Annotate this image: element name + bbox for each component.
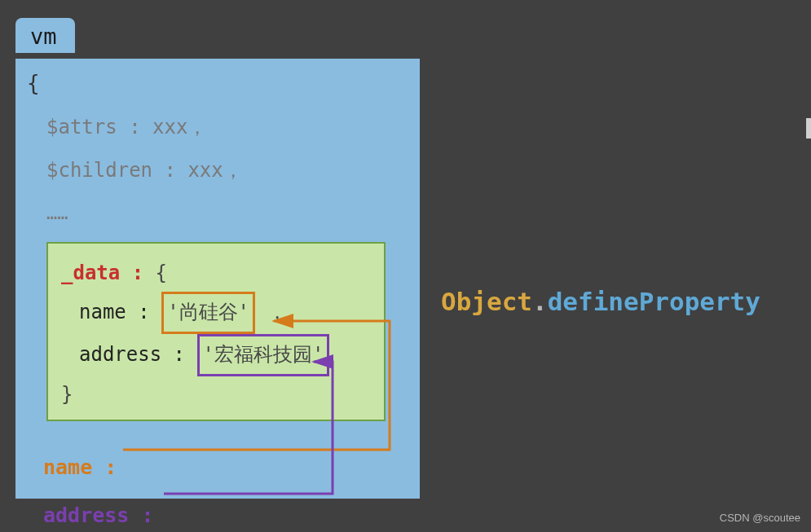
method-object: Object <box>441 287 532 316</box>
ellipsis: …… <box>46 200 412 227</box>
data-box: _data : { name : '尚硅谷' ， address : '宏福科技… <box>46 242 386 421</box>
name-value-box: '尚硅谷' <box>161 292 255 334</box>
attrs-line: $attrs : xxx， <box>46 112 412 143</box>
data-open: { <box>156 262 167 284</box>
name-comma: ， <box>267 301 287 323</box>
watermark: CSDN @scoutee <box>720 512 800 524</box>
data-key-line: _data : { <box>61 255 371 292</box>
addr-value-box: '宏福科技园' <box>197 334 330 376</box>
data-name-line: name : '尚硅谷' ， <box>79 292 371 334</box>
data-close: } <box>61 376 371 414</box>
tiny-left-mark <box>0 314 6 339</box>
data-key: _data : <box>61 262 143 284</box>
method-dot: . <box>532 287 548 316</box>
vm-panel: { $attrs : xxx， $children : xxx， …… _dat… <box>15 59 420 499</box>
tab-vm: vm <box>15 18 75 53</box>
addr-key: address : <box>79 343 185 366</box>
method-define: defineProperty <box>548 287 760 316</box>
children-line: $children : xxx， <box>46 156 412 186</box>
data-addr-line: address : '宏福科技园' <box>79 334 371 376</box>
name-key: name : <box>79 301 150 323</box>
method-text: Object.defineProperty <box>441 287 760 316</box>
edge-stub <box>806 118 811 138</box>
open-brace: { <box>27 67 412 99</box>
proxy-name: name : <box>43 452 412 484</box>
proxy-addr: address : <box>43 500 412 532</box>
